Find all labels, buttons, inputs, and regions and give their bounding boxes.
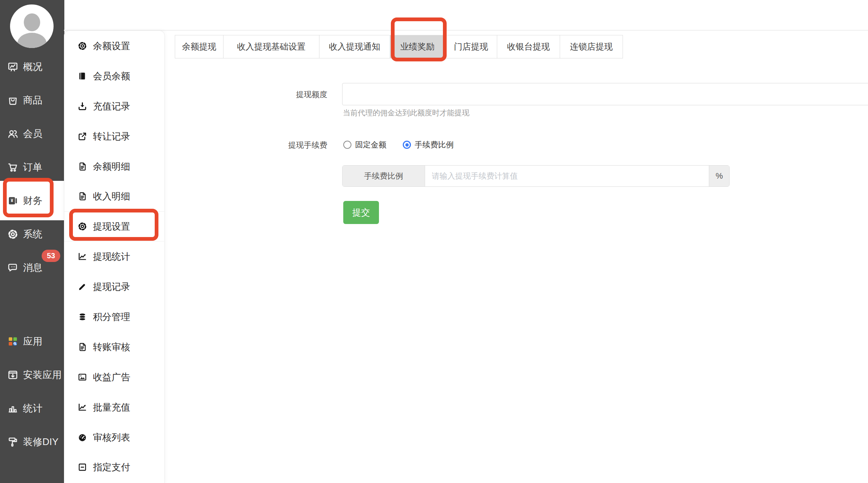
sidebar-item-finance[interactable]: ¥财务 [0, 181, 64, 220]
file-icon [77, 191, 87, 201]
submit-button[interactable]: 提交 [343, 201, 379, 224]
submenu-item-transfer-records[interactable]: 转让记录 [64, 121, 164, 151]
content-top-divider [64, 30, 868, 31]
fee-ratio-input-group: 手续费比例 % [342, 165, 730, 187]
submenu-item-revenue-ads[interactable]: 收益广告 [64, 362, 164, 392]
radio-unchecked-icon[interactable] [343, 141, 351, 149]
user-avatar[interactable] [10, 4, 54, 48]
submenu-item-income-detail[interactable]: 收入明细 [64, 181, 164, 211]
submenu-item-label: 收益广告 [93, 371, 130, 383]
sidebar-item-label: 会员 [23, 127, 42, 140]
tab-performance-reward[interactable]: 业绩奖励 [390, 35, 445, 58]
quota-helper-text: 当前代理的佣金达到此额度时才能提现 [343, 108, 469, 118]
sidebar-item-members[interactable]: 会员 [0, 117, 64, 150]
fee-ratio-label: 手续费比例 [415, 140, 454, 150]
submenu-item-label: 转让记录 [93, 130, 130, 143]
submenu-item-label: 余额设置 [93, 40, 130, 52]
download-icon [77, 101, 87, 111]
fee-type-radio-group: 固定金额 手续费比例 [343, 137, 454, 153]
finance-submenu: 余额设置会员余额充值记录转让记录余额明细收入明细提现设置提现统计提现记录积分管理… [64, 31, 165, 483]
sidebar-item-label: 统计 [23, 402, 42, 415]
tab-chain-store-withdraw[interactable]: 连锁店提现 [560, 35, 623, 58]
submenu-item-label: 提现统计 [93, 250, 130, 263]
submenu-item-label: 提现记录 [93, 281, 130, 293]
fixed-amount-label: 固定金额 [355, 140, 386, 150]
cart-icon [7, 161, 19, 173]
sidebar-item-label: 商品 [23, 94, 42, 107]
sidebar-item-apps[interactable]: 应用 [0, 324, 64, 358]
pencil-icon [77, 282, 87, 292]
file-icon [77, 161, 87, 172]
submenu-item-label: 会员余额 [93, 70, 130, 82]
submenu-item-member-balance[interactable]: 会员余额 [64, 61, 164, 91]
submenu-item-label: 收入明细 [93, 190, 130, 202]
fee-label: 提现手续费 [208, 140, 327, 150]
roller-icon [7, 436, 19, 448]
sidebar-item-orders[interactable]: 订单 [0, 150, 64, 184]
percent-suffix: % [709, 166, 729, 186]
submenu-item-balance-detail[interactable]: 余额明细 [64, 151, 164, 182]
submenu-item-balance-settings[interactable]: 余额设置 [64, 31, 164, 61]
submenu-item-points-management[interactable]: 积分管理 [64, 302, 164, 332]
gear-icon [77, 221, 87, 231]
book-icon [77, 71, 87, 81]
gear-icon [7, 228, 19, 240]
submenu-item-transfer-audit[interactable]: 转账审核 [64, 332, 164, 362]
tab-cashier-withdraw[interactable]: 收银台提现 [497, 35, 560, 58]
submenu-item-recharge-records[interactable]: 充值记录 [64, 91, 164, 121]
withdraw-tabbar: 余额提现收入提现基础设置收入提现通知业绩奖励门店提现收银台提现连锁店提现 [175, 35, 623, 58]
tab-store-withdraw[interactable]: 门店提现 [445, 35, 497, 58]
install-icon [7, 369, 19, 381]
submenu-item-label: 指定支付 [93, 461, 130, 473]
gauge-icon [77, 432, 87, 442]
submenu-item-withdraw-stats[interactable]: 提现统计 [64, 242, 164, 272]
quota-label: 提现额度 [208, 89, 327, 100]
sidebar-item-statistics[interactable]: 统计 [0, 391, 64, 425]
sidebar-item-label: 概况 [23, 60, 42, 73]
messages-badge: 53 [42, 250, 60, 262]
wallet-icon: ¥ [7, 195, 19, 207]
bars-icon [7, 403, 19, 414]
sidebar-item-goods[interactable]: 商品 [0, 83, 64, 117]
submenu-item-designated-payment[interactable]: 指定支付 [64, 452, 164, 482]
sidebar-item-label: 系统 [23, 228, 42, 241]
minus-square-icon [77, 462, 87, 472]
fee-ratio-input[interactable] [425, 166, 709, 186]
sidebar-item-label: 应用 [23, 335, 42, 348]
submenu-item-label: 提现设置 [93, 220, 130, 233]
sidebar-item-label: 装修DIY [23, 435, 58, 448]
radio-checked-icon[interactable] [403, 141, 411, 149]
submenu-item-label: 审核列表 [93, 431, 130, 444]
submenu-item-batch-recharge[interactable]: 批量充值 [64, 392, 164, 422]
chart-icon [77, 252, 87, 262]
image-icon [77, 372, 87, 382]
submenu-item-label: 转账审核 [93, 341, 130, 353]
sidebar-item-system[interactable]: 系统 [0, 217, 64, 251]
tab-income-withdraw-basic[interactable]: 收入提现基础设置 [223, 35, 319, 58]
submenu-item-audit-list[interactable]: 审核列表 [64, 422, 164, 452]
tab-income-withdraw-notice[interactable]: 收入提现通知 [319, 35, 390, 58]
tab-balance-withdraw[interactable]: 余额提现 [175, 35, 224, 58]
sidebar-item-decorate-diy[interactable]: 装修DIY [0, 425, 64, 458]
quota-input[interactable] [342, 83, 868, 105]
bag-icon [7, 95, 19, 106]
svg-text:¥: ¥ [11, 198, 13, 203]
sidebar-item-label: 消息 [23, 261, 42, 274]
page: 概况商品会员订单¥财务系统消息应用安装应用统计装修DIY 53 余额设置会员余额… [0, 0, 868, 483]
grid-icon [7, 336, 19, 347]
monitor-icon [7, 61, 19, 73]
radio-option-fixed-amount[interactable]: 固定金额 [343, 140, 386, 150]
external-icon [77, 131, 87, 141]
avatar-person-icon [24, 13, 40, 31]
sidebar-item-install-apps[interactable]: 安装应用 [0, 358, 64, 391]
sidebar-item-label: 订单 [23, 161, 42, 174]
submenu-item-withdraw-records[interactable]: 提现记录 [64, 272, 164, 302]
submenu-item-label: 余额明细 [93, 160, 130, 173]
sidebar-item-label: 安装应用 [23, 368, 62, 381]
sidebar-item-overview[interactable]: 概况 [0, 50, 64, 83]
radio-option-fee-ratio[interactable]: 手续费比例 [403, 140, 454, 150]
users-icon [7, 128, 19, 140]
file-icon [77, 342, 87, 352]
submenu-item-withdraw-settings[interactable]: 提现设置 [64, 211, 164, 242]
chart-icon [77, 402, 87, 412]
